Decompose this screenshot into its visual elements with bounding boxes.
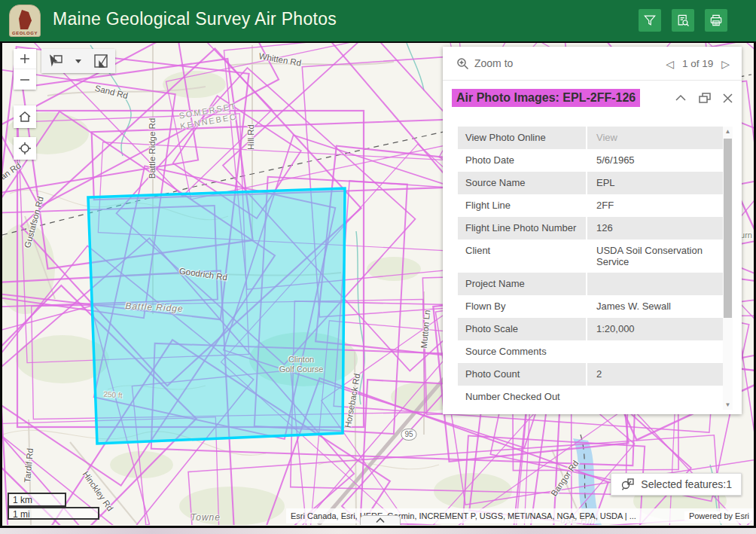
locate-button[interactable]	[14, 137, 36, 160]
attribute-value: EPL	[587, 172, 721, 194]
map-label: 250 ft	[103, 390, 123, 400]
attribute-value: 5/6/1965	[587, 149, 721, 172]
attribute-row: Project Name	[458, 273, 723, 295]
zoom-widget	[14, 49, 36, 90]
attribute-label: Source Name	[458, 172, 587, 194]
previous-feature-button[interactable]: ◁	[664, 56, 675, 72]
map-label: Golf Course	[279, 365, 324, 374]
map-label: Bangor Rd	[549, 459, 580, 498]
logo-text: GEOLOGY	[12, 30, 38, 36]
clear-selection-button[interactable]	[87, 49, 115, 73]
attribute-value-link[interactable]: View	[587, 127, 721, 149]
popup-action-bar: Zoom to ◁ 1 of 19 ▷	[443, 47, 742, 81]
scalebar-km-label: 1 km	[13, 494, 32, 507]
map-label: urn	[740, 230, 752, 240]
feature-pager: ◁ 1 of 19 ▷	[664, 47, 731, 81]
chevron-down-icon	[75, 60, 81, 63]
attribute-label: Photo Date	[458, 149, 587, 172]
page-title: Maine Geological Survey Air Photos	[53, 9, 337, 29]
attribute-row: Photo Scale1:20,000	[458, 318, 723, 340]
attribute-row: Flight Line2FF	[458, 194, 723, 217]
plus-icon	[19, 53, 31, 65]
popup-scrollbar[interactable]: ▲ ▼	[723, 127, 733, 410]
attribute-value: 2FF	[587, 194, 721, 217]
document-search-icon	[675, 13, 690, 28]
app-window: GEOLOGY Maine Geological Survey Air Phot…	[0, 0, 756, 534]
map-label: Clinton	[288, 355, 314, 364]
map-label: Sand Rd	[94, 84, 129, 100]
map-label: 95	[401, 429, 416, 441]
home-button[interactable]	[14, 105, 36, 128]
select-tool-dropdown[interactable]	[70, 49, 87, 73]
attribute-label: Flight Line	[458, 194, 587, 217]
attribute-label: Number Checked Out	[458, 386, 587, 408]
scroll-down-arrow[interactable]: ▼	[723, 400, 733, 410]
attribute-value: 1:20,000	[587, 318, 721, 340]
printer-icon	[709, 13, 724, 28]
zoom-out-button[interactable]	[14, 69, 36, 90]
scrollbar-thumb[interactable]	[724, 139, 732, 318]
scroll-up-arrow[interactable]: ▲	[723, 127, 733, 136]
map-label: Mutton Ln	[419, 310, 431, 349]
attribute-table-collapse-tab[interactable]	[360, 515, 401, 525]
attribute-row: Photo Date5/6/1965	[458, 149, 723, 172]
attribute-row: Source NameEPL	[458, 172, 723, 194]
zoom-to-label: Zoom to	[474, 57, 513, 69]
map-canvas[interactable]: Whitten RdSand RdSOMERSETKENNEBECBattle …	[2, 43, 754, 525]
minus-icon	[19, 74, 31, 86]
attribute-value	[587, 273, 721, 295]
dock-icon	[699, 93, 711, 103]
select-tool-button[interactable]	[41, 49, 70, 73]
chevron-up-icon	[675, 94, 687, 102]
collapse-popup-button[interactable]	[675, 94, 687, 102]
print-button[interactable]	[705, 9, 727, 32]
attribute-label: Flown By	[458, 295, 587, 318]
attribute-value	[587, 386, 721, 408]
map-label: Battle Ridge	[125, 301, 184, 314]
scalebar-mi-label: 1 mi	[13, 508, 30, 521]
popup-attribute-table: View Photo OnlineViewPhoto Date5/6/1965S…	[458, 127, 723, 413]
map-label: Whitten Rd	[258, 51, 302, 68]
selected-features-label: Selected features:1	[641, 478, 732, 490]
popup-title: Air Photo Images: EPL-2FF-126	[452, 89, 640, 107]
map-label: Goodrich Rd	[178, 267, 228, 282]
feature-popup: Zoom to ◁ 1 of 19 ▷ Air Photo Images: EP…	[443, 47, 742, 414]
attribute-row: Number Checked Out	[458, 386, 723, 408]
attribute-row: Flown ByJames W. Sewall	[458, 295, 723, 318]
attribute-label: Photo Scale	[458, 318, 587, 340]
next-feature-button[interactable]: ▷	[720, 56, 731, 72]
magnifier-plus-icon	[456, 57, 469, 70]
select-cursor-icon	[47, 53, 65, 69]
scalebar: 1 km 1 mi	[8, 493, 105, 521]
map-label: SOMERSET	[178, 101, 238, 120]
map-label: Gustafson Rd	[23, 195, 45, 249]
maine-state-silhouette	[17, 10, 32, 29]
clear-selection-icon	[92, 53, 110, 69]
selected-features-badge[interactable]: Selected features:1	[611, 473, 742, 496]
attribute-value: 126	[587, 217, 721, 240]
collapsed-attribute-table-edge[interactable]	[0, 528, 756, 534]
map-label: Towne	[191, 512, 221, 523]
map-label: Hill Rd	[246, 124, 255, 150]
dock-popup-button[interactable]	[699, 93, 711, 103]
funnel-icon	[642, 13, 657, 28]
attribution-text: Esri Canada, Esri, HERE, Garmin, INCREME…	[286, 511, 684, 520]
map-frame: Whitten RdSand RdSOMERSETKENNEBECBattle …	[0, 41, 756, 528]
attribute-value: USDA Soil Conservation Service	[587, 240, 721, 273]
zoom-in-button[interactable]	[14, 49, 36, 69]
zoom-to-button[interactable]: Zoom to	[456, 57, 513, 70]
attribute-label: Client	[458, 240, 587, 273]
attribute-table-button[interactable]	[672, 9, 694, 32]
close-popup-button[interactable]	[723, 93, 733, 103]
close-icon	[723, 93, 733, 103]
app-header: GEOLOGY Maine Geological Survey Air Phot…	[0, 0, 756, 41]
filter-button[interactable]	[639, 9, 661, 32]
map-label: an Rd	[2, 160, 23, 181]
crosshair-icon	[18, 142, 32, 155]
attribute-value: James W. Sewall	[587, 295, 721, 318]
popup-title-bar: Air Photo Images: EPL-2FF-126	[443, 81, 742, 114]
attribute-row: Source Comments	[458, 340, 723, 363]
locate-widget	[14, 137, 36, 160]
map-label: Horseback Rd	[343, 373, 361, 429]
attribute-label: Project Name	[458, 273, 587, 295]
